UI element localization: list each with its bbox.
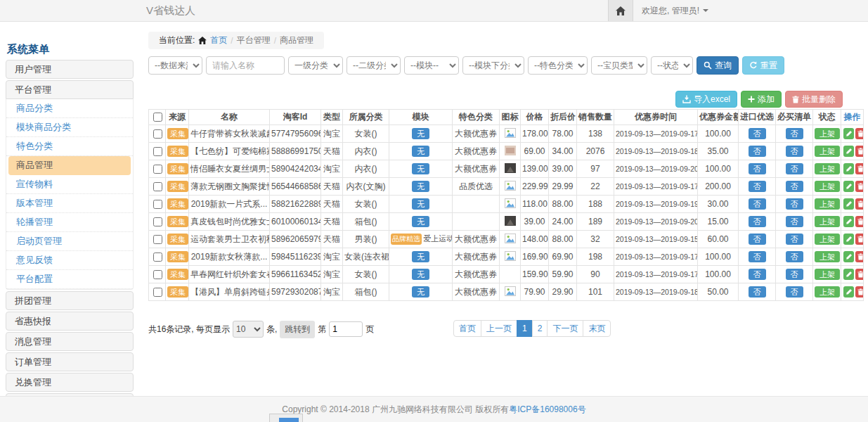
discount-price-cell: 29.90	[549, 283, 577, 301]
edit-button[interactable]	[843, 251, 854, 262]
feature-category-select[interactable]: --特色分类--	[528, 56, 588, 75]
sidebar-item[interactable]: 模块商品分类	[6, 118, 133, 137]
row-checkbox[interactable]	[153, 165, 162, 174]
name-cell: 【港风】单肩斜跨链条...	[189, 283, 270, 301]
row-checkbox[interactable]	[153, 147, 162, 156]
coupon-time-cell: 2019-09-13—2019-09-17	[614, 125, 698, 143]
sidebar-item[interactable]: 商品管理	[8, 156, 131, 175]
edit-button[interactable]	[843, 163, 854, 174]
sidebar: 系统菜单 用户管理平台管理商品分类模块商品分类特色分类商品管理宣传物料版本管理轮…	[6, 39, 134, 414]
sidebar-group[interactable]: 兑换管理	[6, 373, 134, 392]
jump-button[interactable]: 跳转到	[280, 321, 315, 338]
row-checkbox[interactable]	[153, 288, 162, 297]
edit-button[interactable]	[843, 286, 854, 298]
feature-cell: 大额优惠券	[453, 248, 500, 266]
bulk-delete-button-label: 批量删除	[802, 94, 836, 106]
sidebar-group[interactable]: 消息管理	[6, 332, 134, 351]
name-cell: 【七色纺】可爱纯棉家...	[189, 143, 270, 160]
row-checkbox[interactable]	[153, 270, 162, 279]
delete-button[interactable]	[855, 181, 864, 192]
pager-last[interactable]: 末页	[583, 320, 611, 337]
delete-button[interactable]	[855, 146, 864, 157]
row-select-cell	[149, 283, 166, 301]
jump-page-input[interactable]	[329, 321, 363, 337]
pager-page-2[interactable]: 2	[532, 320, 548, 337]
icp-link[interactable]: 粤ICP备16098006号	[509, 404, 585, 416]
row-checkbox[interactable]	[153, 200, 162, 209]
per-page-select[interactable]: 10	[233, 321, 264, 338]
level2-category-select[interactable]: --二级分类--	[346, 56, 401, 75]
pager-prev[interactable]: 上一页	[481, 320, 517, 337]
table-row: 采集运动套装男士卫衣初秋...589620659791天猫男装()品牌精选爱上运…	[149, 231, 864, 248]
edit-button[interactable]	[843, 198, 854, 210]
row-checkbox[interactable]	[153, 182, 162, 191]
delete-button[interactable]	[855, 286, 864, 298]
coupon-amount-cell: 50.00	[698, 283, 739, 301]
sidebar-group[interactable]: 省惠快报	[6, 312, 134, 331]
edit-button[interactable]	[843, 216, 854, 227]
module-subcategory-select[interactable]: --模块下分类--	[462, 56, 524, 75]
pager-next[interactable]: 下一页	[547, 320, 583, 337]
edit-button[interactable]	[843, 181, 854, 192]
module-text: 爱上运动	[423, 234, 453, 243]
delete-button[interactable]	[855, 251, 864, 262]
breadcrumb-item-products: 商品管理	[280, 34, 313, 46]
row-checkbox[interactable]	[153, 252, 162, 262]
sidebar-item[interactable]: 特色分类	[6, 137, 133, 156]
sidebar-group[interactable]: 订单管理	[6, 352, 134, 371]
data-source-select[interactable]: --数据来源--	[148, 56, 202, 75]
source-cell: 采集	[166, 213, 189, 231]
category-cell: 内衣()	[343, 160, 389, 178]
pager-page-1[interactable]: 1	[517, 320, 533, 337]
pager-first[interactable]: 首页	[453, 320, 481, 337]
sales-cell: 188	[577, 196, 614, 213]
delete-button[interactable]	[855, 269, 864, 280]
table-row: 采集2019新款女秋薄款...598451162391淘宝女装(连衣裙)无大额优…	[149, 248, 864, 266]
sidebar-item[interactable]: 商品分类	[6, 99, 133, 118]
add-button[interactable]: 添加	[741, 91, 782, 108]
module-none-badge: 无	[412, 198, 429, 210]
sidebar-item[interactable]: 版本管理	[6, 194, 133, 213]
icon-cell	[500, 283, 521, 301]
sidebar-group[interactable]: 用户管理	[6, 60, 134, 79]
import-badge: 否	[749, 234, 766, 245]
home-icon	[198, 37, 207, 44]
name-input[interactable]	[206, 56, 285, 75]
delete-button[interactable]	[855, 163, 864, 174]
edit-button[interactable]	[843, 146, 854, 157]
home-button[interactable]	[608, 0, 633, 21]
module-select[interactable]: --模块--	[404, 56, 459, 75]
sidebar-group[interactable]: 拼团管理	[6, 291, 134, 310]
item-type-select[interactable]: --宝贝类型--	[591, 56, 647, 75]
sidebar-item[interactable]: 宣传物料	[6, 175, 133, 194]
sidebar-item[interactable]: 轮播管理	[6, 213, 133, 232]
source-cell: 采集	[166, 125, 189, 143]
sidebar-item[interactable]: 意见反馈	[6, 251, 133, 270]
delete-button[interactable]	[855, 216, 864, 227]
delete-button[interactable]	[855, 198, 864, 210]
user-menu[interactable]: 欢迎您, 管理员!	[633, 0, 717, 21]
edit-button[interactable]	[843, 269, 854, 280]
row-checkbox[interactable]	[153, 129, 162, 139]
search-button[interactable]: 查询	[697, 56, 739, 75]
row-checkbox[interactable]	[153, 235, 162, 244]
bulk-delete-button[interactable]: 批量删除	[785, 91, 843, 108]
sidebar-item[interactable]: 平台配置	[6, 270, 133, 289]
sidebar-item[interactable]: 启动页管理	[6, 232, 133, 251]
select-all-checkbox[interactable]	[153, 113, 162, 122]
reset-button[interactable]: 重置	[742, 56, 784, 75]
edit-button[interactable]	[843, 128, 854, 139]
row-checkbox[interactable]	[153, 217, 162, 226]
breadcrumb-home-link[interactable]: 首页	[210, 34, 227, 46]
status-badge: 上架	[815, 216, 840, 227]
import-excel-button[interactable]: 导入excel	[675, 91, 737, 108]
sidebar-group-expanded[interactable]: 平台管理	[6, 80, 134, 99]
category-cell: 内衣()	[343, 143, 389, 160]
products-table: 来源名称淘客Id类型所属分类模块特色分类图标价格折后价销售数量优惠券时间优惠券金…	[148, 109, 864, 301]
edit-button[interactable]	[843, 234, 854, 245]
delete-button[interactable]	[855, 128, 864, 139]
delete-button[interactable]	[855, 234, 864, 245]
type-cell: 天猫	[321, 178, 343, 196]
status-select[interactable]: --状态--	[651, 56, 693, 75]
level1-category-select[interactable]: 一级分类	[288, 56, 343, 75]
